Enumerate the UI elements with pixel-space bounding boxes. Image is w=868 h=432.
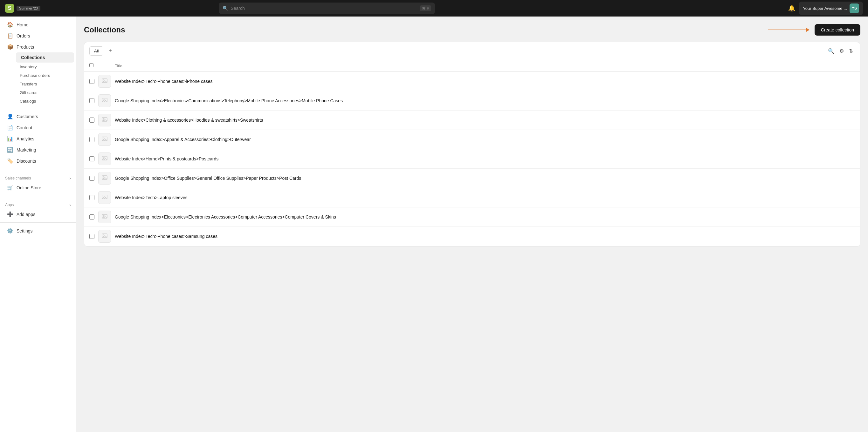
apps-expand-icon[interactable]: › <box>69 202 71 207</box>
sidebar-item-online-store[interactable]: 🛒 Online Store <box>2 182 74 193</box>
topbar-right: 🔔 Your Super Awesome ... YS <box>788 2 863 15</box>
row-checkbox-2[interactable] <box>89 98 94 103</box>
select-all-checkbox[interactable] <box>89 63 93 67</box>
row-checkbox-4[interactable] <box>89 137 94 142</box>
products-icon: 📦 <box>7 44 13 50</box>
row-thumbnail <box>98 230 111 243</box>
row-check-cell[interactable] <box>89 195 98 200</box>
expand-icon[interactable]: › <box>69 176 71 181</box>
layout: 🏠 Home 📋 Orders 📦 Products Collections I… <box>0 16 868 254</box>
sidebar-item-label: Customers <box>17 114 38 119</box>
sidebar-item-analytics[interactable]: 📊 Analytics <box>2 133 74 144</box>
sidebar-item-label: Products <box>17 44 34 49</box>
table-row[interactable]: Website Index>Tech>Phone cases>iPhone ca… <box>84 72 860 91</box>
row-check-cell[interactable] <box>89 156 98 161</box>
tab-add-button[interactable]: + <box>106 48 115 54</box>
create-collection-button[interactable]: Create collection <box>814 24 860 36</box>
table-row[interactable]: Website Index>Tech>Laptop sleeves <box>84 188 860 207</box>
store-selector[interactable]: Your Super Awesome ... YS <box>799 2 863 15</box>
sidebar-item-label: Analytics <box>17 136 34 141</box>
table-row[interactable]: Website Index>Tech>Phone cases>Samsung c… <box>84 227 860 246</box>
tab-all[interactable]: All <box>89 46 103 56</box>
table-row[interactable]: Website Index>Home>Prints & postcards>Po… <box>84 149 860 169</box>
row-check-cell[interactable] <box>89 79 98 84</box>
sidebar-item-label: Online Store <box>17 185 41 190</box>
sidebar-item-gift-cards[interactable]: Gift cards <box>16 88 74 97</box>
table-row[interactable]: Google Shopping Index>Electronics>Commun… <box>84 91 860 110</box>
row-title: Website Index>Tech>Phone cases>Samsung c… <box>115 234 217 239</box>
row-thumbnail <box>98 114 111 126</box>
sidebar-item-catalogs[interactable]: Catalogs <box>16 97 74 105</box>
row-title: Google Shopping Index>Electronics>Electr… <box>115 214 336 220</box>
row-title: Website Index>Home>Prints & postcards>Po… <box>115 156 218 161</box>
row-check-cell[interactable] <box>89 214 98 220</box>
row-check-cell[interactable] <box>89 118 98 123</box>
table-row[interactable]: Google Shopping Index>Apparel & Accessor… <box>84 130 860 149</box>
toolbar-right: 🔍 ⚙ ⇅ <box>826 46 855 56</box>
table-row[interactable]: Website Index>Clothing & accessories>Hoo… <box>84 110 860 130</box>
table-row[interactable]: Google Shopping Index>Office Supplies>Ge… <box>84 169 860 188</box>
sidebar-item-transfers[interactable]: Transfers <box>16 80 74 88</box>
arrow-annotation <box>768 28 809 32</box>
header-check-cell <box>89 63 98 68</box>
arrow-line <box>768 30 806 30</box>
sidebar-item-settings[interactable]: ⚙️ Settings <box>2 225 74 236</box>
collections-submenu-label: Collections <box>21 55 45 60</box>
row-check-cell[interactable] <box>89 176 98 181</box>
row-checkbox-7[interactable] <box>89 195 94 200</box>
table-row[interactable]: Google Shopping Index>Electronics>Electr… <box>84 207 860 227</box>
row-title: Google Shopping Index>Electronics>Commun… <box>115 98 343 103</box>
sidebar-item-customers[interactable]: 👤 Customers <box>2 111 74 122</box>
row-checkbox-3[interactable] <box>89 118 94 123</box>
arrow-head <box>806 28 809 32</box>
row-thumbnail <box>98 153 111 165</box>
sidebar-item-purchase-orders[interactable]: Purchase orders <box>16 71 74 80</box>
row-thumbnail <box>98 210 111 223</box>
collections-list: Website Index>Tech>Phone cases>iPhone ca… <box>84 72 860 246</box>
row-thumbnail <box>98 94 111 107</box>
row-check-cell[interactable] <box>89 137 98 142</box>
divider <box>0 108 76 108</box>
row-checkbox-6[interactable] <box>89 176 94 181</box>
row-title: Google Shopping Index>Apparel & Accessor… <box>115 137 251 142</box>
sidebar-products-submenu: Collections Inventory Purchase orders Tr… <box>0 53 76 105</box>
sidebar-item-add-apps[interactable]: ➕ Add apps <box>2 209 74 220</box>
table-toolbar: All + 🔍 ⚙ ⇅ <box>84 42 860 60</box>
row-check-cell[interactable] <box>89 98 98 103</box>
sidebar-item-inventory[interactable]: Inventory <box>16 63 74 71</box>
column-title-label: Title <box>115 64 122 68</box>
row-title: Google Shopping Index>Office Supplies>Ge… <box>115 176 301 181</box>
sidebar-item-label: Discounts <box>17 159 36 164</box>
sidebar-item-orders[interactable]: 📋 Orders <box>2 30 74 41</box>
svg-point-9 <box>103 157 104 159</box>
search-input[interactable] <box>230 6 417 11</box>
analytics-icon: 📊 <box>7 136 13 142</box>
search-filter-button[interactable]: 🔍 <box>826 46 836 56</box>
sidebar-item-home[interactable]: 🏠 Home <box>2 19 74 30</box>
sidebar-item-collections[interactable]: Collections <box>16 53 74 63</box>
settings-icon: ⚙️ <box>7 228 13 234</box>
row-title: Website Index>Tech>Phone cases>iPhone ca… <box>115 79 213 84</box>
row-checkbox-9[interactable] <box>89 234 94 239</box>
sidebar-item-products[interactable]: 📦 Products <box>2 41 74 53</box>
row-check-cell[interactable] <box>89 234 98 239</box>
search-bar[interactable]: 🔍 ⌘ K <box>219 3 435 14</box>
row-thumbnail <box>98 75 111 88</box>
row-checkbox-5[interactable] <box>89 156 94 161</box>
sort-button[interactable]: ⇅ <box>847 46 855 56</box>
filter-button[interactable]: ⚙ <box>837 46 846 56</box>
svg-point-13 <box>103 196 104 197</box>
sidebar-item-marketing[interactable]: 🔄 Marketing <box>2 144 74 155</box>
sales-channels-section: Sales channels › <box>0 172 76 182</box>
sidebar-item-label: Home <box>17 22 28 27</box>
row-checkbox-8[interactable] <box>89 214 94 220</box>
page-title: Collections <box>84 25 125 34</box>
row-thumbnail <box>98 172 111 185</box>
row-checkbox-1[interactable] <box>89 79 94 84</box>
sidebar-item-content[interactable]: 📄 Content <box>2 122 74 133</box>
sidebar: 🏠 Home 📋 Orders 📦 Products Collections I… <box>0 16 76 254</box>
content-icon: 📄 <box>7 125 13 131</box>
sidebar-item-label: Marketing <box>17 147 36 153</box>
bell-icon[interactable]: 🔔 <box>788 5 795 12</box>
sidebar-item-discounts[interactable]: 🏷️ Discounts <box>2 155 74 166</box>
